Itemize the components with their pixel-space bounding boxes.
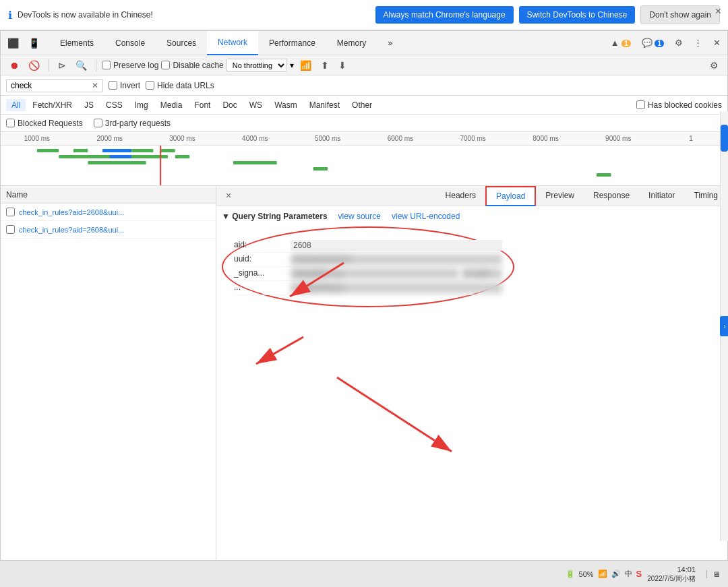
svg-rect-6 [110, 155, 131, 158]
ruler-8000: 8000 ms [510, 135, 582, 142]
type-btn-wasm[interactable]: Wasm [269, 99, 303, 111]
ruler-9000: 9000 ms [582, 135, 655, 142]
wifi-icon[interactable]: 📶 [297, 58, 315, 73]
clear-search-button[interactable]: ✕ [92, 81, 98, 90]
has-blocked-cookies-checkbox[interactable]: Has blocked cookies [636, 100, 722, 110]
view-source-link[interactable]: view source [338, 212, 381, 221]
third-party-label: 3rd-party requests [105, 119, 171, 128]
close-detail-button[interactable]: × [216, 186, 241, 206]
disable-cache-input[interactable] [161, 61, 170, 69]
type-btn-doc[interactable]: Doc [217, 99, 242, 111]
show-desktop-button[interactable]: 🖥 [706, 570, 720, 578]
ruler-end: 1 [655, 135, 727, 142]
type-btn-ws[interactable]: WS [244, 99, 268, 111]
has-blocked-cookies-input[interactable] [636, 100, 645, 109]
type-btn-manifest[interactable]: Manifest [304, 99, 345, 111]
type-btn-media[interactable]: Media [155, 99, 188, 111]
cursor-icon[interactable]: ⬛ [3, 35, 23, 51]
keyboard-icon: 中 [625, 569, 632, 579]
invert-input[interactable] [109, 81, 117, 90]
type-btn-img[interactable]: Img [129, 99, 154, 111]
preserve-log-input[interactable] [102, 61, 111, 69]
tab-elements[interactable]: Elements [49, 31, 104, 55]
request-item-checkbox-1[interactable] [6, 208, 15, 216]
blocked-requests-input[interactable] [6, 119, 15, 127]
third-party-checkbox[interactable]: 3rd-party requests [94, 119, 171, 128]
search-input[interactable]: check [11, 81, 92, 90]
speaker-icon: 🔊 [611, 569, 621, 578]
always-match-language-button[interactable]: Always match Chrome's language [375, 6, 514, 24]
tab-bar: ⬛ 📱 Elements Console Sources Network Per… [1, 31, 727, 55]
param-row-signature: _signa... 420u0001···g k◦◦AcG [234, 267, 502, 281]
toolbar-separator-1 [49, 59, 49, 71]
close-devtools-button[interactable]: ✕ [709, 35, 725, 51]
blocked-requests-label: Blocked Requests [18, 119, 83, 128]
timeline-graph [1, 146, 727, 186]
list-item[interactable]: check_in_rules?aid=2608&uui... [1, 204, 216, 221]
clock-time: 14:01 [647, 565, 696, 574]
list-item[interactable]: check_in_rules?aid=2608&uui... [1, 221, 216, 239]
filter-icon[interactable]: ⊳ [55, 58, 69, 73]
tab-network[interactable]: Network [207, 31, 258, 55]
hide-data-urls-checkbox[interactable]: Hide data URLs [146, 81, 214, 90]
record-button[interactable]: ⏺ [6, 58, 22, 73]
invert-checkbox[interactable]: Invert [109, 81, 140, 90]
blocked-requests-checkbox[interactable]: Blocked Requests [6, 119, 83, 128]
ruler-6000: 6000 ms [364, 135, 437, 142]
messages-badge-button[interactable]: 💬 1 [638, 35, 668, 51]
request-item-checkbox-2[interactable] [6, 225, 15, 234]
info-icon: ℹ [8, 9, 12, 22]
switch-to-chinese-button[interactable]: Switch DevTools to Chinese [519, 6, 636, 24]
scrollbar-tab-icon: › [723, 323, 725, 330]
view-url-encoded-link[interactable]: view URL-encoded [392, 212, 460, 221]
upload-icon[interactable]: ⬆ [317, 58, 332, 73]
tab-performance[interactable]: Performance [258, 31, 326, 55]
warning-count: 1 [621, 40, 631, 47]
tab-sources[interactable]: Sources [156, 31, 207, 55]
main-content: Name check_in_rules?aid=2608&uui... chec… [1, 186, 727, 587]
devtools-panel: ⬛ 📱 Elements Console Sources Network Per… [0, 30, 728, 587]
scrollbar-thumb[interactable] [721, 125, 728, 152]
warnings-badge-button[interactable]: ▲ 1 [607, 35, 635, 51]
detail-tab-payload[interactable]: Payload [485, 186, 536, 206]
preserve-log-checkbox[interactable]: Preserve log [102, 61, 158, 70]
search-icon[interactable]: 🔍 [72, 58, 90, 73]
hide-data-urls-input[interactable] [146, 81, 154, 90]
detail-tab-response[interactable]: Response [584, 186, 639, 206]
throttle-select[interactable]: No throttling [226, 59, 287, 72]
close-infobar-button[interactable]: × [715, 5, 721, 18]
name-column-header: Name [6, 190, 28, 199]
param-value-extra: ...00ka73s1us [291, 282, 502, 293]
third-party-input[interactable] [94, 119, 102, 127]
has-blocked-cookies-label: Has blocked cookies [648, 100, 722, 110]
network-settings-icon[interactable]: ⚙ [706, 58, 722, 73]
svg-rect-1 [73, 149, 88, 152]
type-btn-other[interactable]: Other [346, 99, 377, 111]
disable-cache-checkbox[interactable]: Disable cache [161, 61, 223, 70]
ruler-5000: 5000 ms [291, 135, 364, 142]
taskbar: 🔋 50% 📶 🔊 中 S 14:01 2022/7/5/周小猪 🖥 [0, 560, 728, 587]
type-btn-js[interactable]: JS [79, 99, 99, 111]
scrollbar-track[interactable]: › [720, 111, 728, 541]
tab-more[interactable]: » [377, 31, 403, 55]
settings-icon[interactable]: ⚙ [671, 35, 687, 51]
type-btn-fetch-xhr[interactable]: Fetch/XHR [27, 99, 78, 111]
type-btn-font[interactable]: Font [189, 99, 216, 111]
detail-panel: × Headers Payload Preview Response Initi… [216, 186, 727, 587]
type-filter-bar: All Fetch/XHR JS CSS Img Media Font Doc … [1, 96, 727, 115]
scrollbar-tab[interactable]: › [720, 316, 728, 336]
detail-tab-initiator[interactable]: Initiator [639, 186, 684, 206]
device-toggle-icon[interactable]: 📱 [24, 35, 44, 51]
clear-button[interactable]: 🚫 [25, 58, 43, 73]
preserve-log-label: Preserve log [113, 61, 158, 70]
type-btn-css[interactable]: CSS [100, 99, 128, 111]
download-icon[interactable]: ⬇ [335, 58, 350, 73]
csdn-icon: S [636, 569, 642, 579]
tab-memory[interactable]: Memory [326, 31, 377, 55]
more-options-icon[interactable]: ⋮ [690, 35, 706, 51]
type-btn-all[interactable]: All [6, 99, 26, 111]
detail-tab-headers[interactable]: Headers [436, 186, 485, 206]
tab-console[interactable]: Console [104, 31, 156, 55]
detail-tab-preview[interactable]: Preview [536, 186, 584, 206]
dont-show-again-button[interactable]: Don't show again [640, 5, 720, 24]
